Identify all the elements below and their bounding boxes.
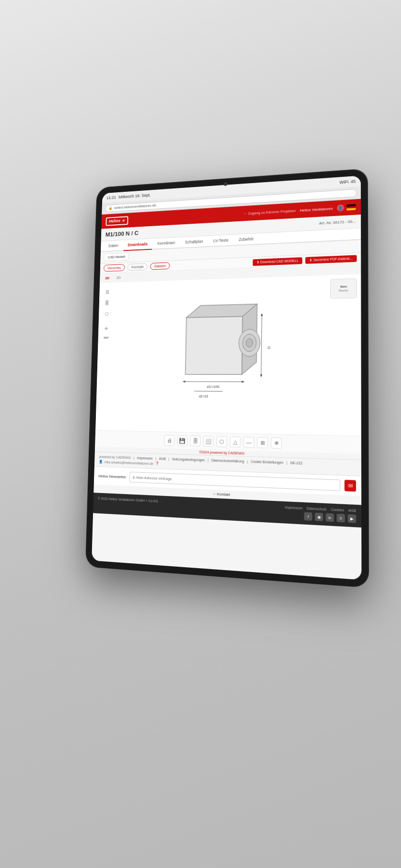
svg-point-5: [246, 339, 253, 347]
footer-main-cookies[interactable]: Cookies: [331, 508, 344, 512]
tab-zubehor[interactable]: Zubehör: [234, 233, 259, 246]
cube-right-label: Rechts: [339, 288, 348, 293]
generate-pdf-button[interactable]: ⬇ Generiere PDF-Datenb...: [306, 255, 357, 264]
tablet-device: 11:21 Mittwoch 18. Sept. WiFi 45 🔒 selec…: [86, 170, 368, 587]
status-right: WiFi 45: [339, 179, 355, 185]
svg-line-10: [261, 316, 262, 374]
instagram-icon[interactable]: ◉: [315, 512, 323, 521]
logo-text: Helios: [109, 218, 121, 224]
lock-icon: 🔒: [108, 206, 113, 210]
product-3d-model: d1=100 D d2=33: [157, 296, 292, 414]
art-number: Art.-Nr. 06172 - 00...: [319, 219, 356, 226]
xing-icon[interactable]: X: [337, 513, 345, 522]
helios-logo: Helios ✳: [106, 216, 128, 226]
list-tool-icon[interactable]: ☰: [103, 287, 111, 296]
email-icon: ✉: [348, 482, 353, 489]
tab-schaltplan[interactable]: Schaltplan: [180, 236, 208, 248]
footer-sep-6: |: [286, 461, 287, 465]
help-icon[interactable]: ❓: [155, 462, 159, 465]
slice-icon[interactable]: —: [244, 437, 254, 448]
footer-main-datenschutz[interactable]: Datenschutz: [307, 507, 326, 511]
header-icons: 👤: [337, 203, 356, 211]
wifi-icon: WiFi: [339, 179, 349, 185]
tab-kennlinien[interactable]: Kennlinien: [153, 237, 180, 249]
status-day: Mittwoch 18. Sept.: [119, 193, 151, 200]
database-icon[interactable]: 🗄: [190, 435, 200, 447]
linkedin-icon[interactable]: in: [325, 513, 334, 522]
save-icon[interactable]: 💾: [177, 435, 187, 447]
svg-rect-0: [185, 316, 243, 374]
language-flag[interactable]: [347, 204, 356, 210]
brand-name: Helios Ventilatoren: [300, 206, 333, 213]
3d-viewer[interactable]: ☰ 🗄 ⬡ ✛ 👓 Vorn Rechts: [95, 274, 361, 436]
2d-button[interactable]: 2D: [114, 275, 123, 281]
tab-vorschau[interactable]: Vorschau: [104, 264, 125, 272]
tablet-screen: 11:21 Mittwoch 18. Sept. WiFi 45 🔒 selec…: [92, 176, 361, 580]
footer-de222[interactable]: DE-222: [290, 461, 302, 465]
user-icon[interactable]: 👤: [337, 204, 344, 212]
footer-agb[interactable]: AGB: [159, 457, 166, 460]
footer-sep-5: |: [247, 460, 248, 463]
footer-main-impressum[interactable]: Impressum: [285, 506, 302, 510]
measure-icon[interactable]: ⬜: [203, 436, 214, 447]
generate-pdf-label: ⬇ Generiere PDF-Datenb...: [309, 256, 353, 262]
tab-formate[interactable]: Formate: [127, 263, 148, 271]
cad-label: CAD Modell: [108, 255, 125, 260]
status-left: 11:21 Mittwoch 18. Sept.: [107, 193, 151, 200]
user-icon-footer: 👤: [99, 460, 103, 464]
cube-tool-icon[interactable]: ⬡: [102, 309, 111, 318]
footer-main-agb[interactable]: AGB: [348, 509, 356, 512]
footer-user: 👤 mks-smarks@heliosventilatoren.de ❓: [99, 460, 159, 465]
url-text: select.heliosventilatoren.de: [114, 203, 156, 210]
download-cad-button[interactable]: ⬇ Download CAD MODELL: [252, 257, 302, 266]
shape-icon[interactable]: ⬡: [216, 436, 227, 447]
newsletter-label: Helios Newsletter: [98, 474, 126, 479]
footer-sep-1: |: [134, 456, 135, 460]
youtube-icon[interactable]: ▶: [348, 514, 356, 523]
product-title: M1/100 N / C: [106, 230, 139, 238]
vr-tool-icon[interactable]: 👓: [102, 333, 110, 342]
svg-marker-7: [183, 381, 185, 383]
viewer-left-tools: ☰ 🗄 ⬡ ✛ 👓: [102, 287, 112, 342]
footer-datenschutz[interactable]: Datenschutzerklärung: [211, 459, 244, 463]
status-time: 11:21: [107, 195, 116, 200]
footer-nutzung[interactable]: Nutzungsbedingungen: [172, 457, 205, 462]
footer-sep-2: |: [155, 457, 156, 460]
explode-icon[interactable]: △: [230, 436, 241, 448]
battery-level: 45: [351, 179, 356, 184]
tab-daten[interactable]: Daten: [104, 240, 123, 252]
tab-lv-texte[interactable]: LV-Texte: [209, 235, 233, 248]
navigation-tool-icon[interactable]: ✛: [102, 324, 110, 333]
svg-text:d1=100: d1=100: [207, 384, 219, 389]
tab-dateien[interactable]: Dateien: [150, 262, 170, 270]
navigation-cube[interactable]: Vorn Rechts: [330, 278, 357, 298]
logo-snowflake: ✳: [122, 218, 125, 223]
snowflake-icon[interactable]: ❄: [271, 437, 282, 449]
footer-impressum[interactable]: Impressum: [137, 456, 153, 460]
svg-marker-11: [261, 313, 263, 316]
back-link[interactable]: ← Zugang zu früheren Projekten: [244, 208, 296, 216]
footer-sep-3: |: [169, 457, 170, 461]
tab-downloads[interactable]: Downloads: [123, 239, 153, 251]
svg-text:d2=33: d2=33: [199, 394, 208, 398]
website-content: Helios ✳ ← Zugang zu früheren Projekten …: [92, 199, 361, 580]
cylinder-tool-icon[interactable]: 🗄: [103, 298, 111, 308]
facebook-icon[interactable]: f: [304, 512, 312, 521]
grid-icon[interactable]: ⊞: [257, 437, 268, 448]
svg-text:D: D: [267, 346, 272, 349]
print-icon[interactable]: 🖨: [164, 435, 174, 446]
svg-marker-12: [260, 374, 262, 377]
powered-by: powered by CADENAS: [99, 455, 131, 459]
svg-marker-8: [242, 381, 245, 383]
newsletter-submit-button[interactable]: ✉: [344, 480, 356, 492]
footer-cookie[interactable]: Cookie Einstellungen: [251, 460, 283, 464]
cad-model-tag: CAD Modell: [104, 252, 129, 261]
footer-sep-4: |: [208, 458, 209, 462]
user-email: mks-smarks@heliosventilatoren.de: [105, 460, 154, 465]
3d-button[interactable]: 3D: [103, 275, 111, 281]
download-cad-label: ⬇ Download CAD MODELL: [256, 259, 298, 264]
